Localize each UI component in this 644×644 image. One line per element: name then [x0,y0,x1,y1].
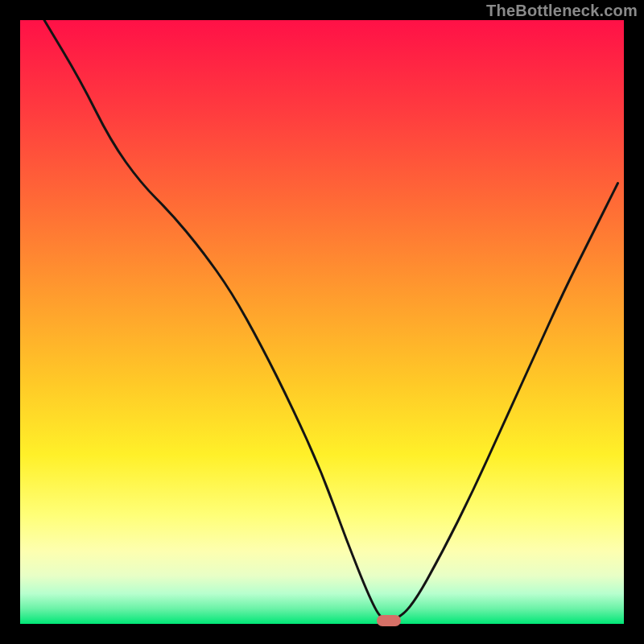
gradient-background [20,20,624,624]
watermark-text: TheBottleneck.com [486,2,638,20]
plot-frame [20,20,624,624]
plot-area [20,20,624,624]
svg-rect-0 [20,20,624,624]
chart-root: TheBottleneck.com [0,0,644,644]
